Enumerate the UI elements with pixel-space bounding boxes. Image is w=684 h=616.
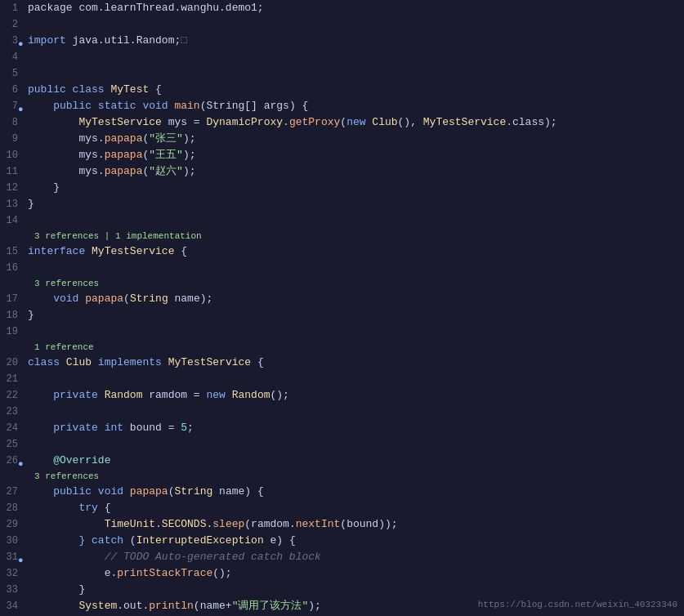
code-line: 22 private Random ramdom = new Random(); bbox=[0, 387, 684, 404]
line-number: 13 bbox=[0, 196, 25, 212]
line-content: interface MyTestService { bbox=[25, 243, 684, 260]
line-indicator: ● bbox=[18, 456, 24, 472]
line-content: mys.papapa("赵六"); bbox=[25, 163, 684, 180]
line-content: // TODO Auto-generated catch block bbox=[25, 549, 684, 565]
code-line: 7● public static void main(String[] args… bbox=[0, 98, 684, 114]
line-content: MyTestService mys = DynamicProxy.getProx… bbox=[25, 114, 684, 131]
code-line: 5 bbox=[0, 65, 684, 82]
code-line: 32 e.printStackTrace(); bbox=[0, 565, 684, 582]
line-content: package com.learnThread.wanghu.demo1; bbox=[25, 0, 684, 16]
line-content: private Random ramdom = new Random(); bbox=[25, 387, 684, 404]
line-content: } catch (InterruptedException e) { bbox=[25, 533, 684, 549]
line-content: } bbox=[25, 196, 684, 212]
line-content: public static void main(String[] args) { bbox=[25, 98, 684, 114]
line-number: 12 bbox=[0, 180, 25, 196]
line-number: 11 bbox=[0, 163, 25, 180]
code-line: 18} bbox=[0, 307, 684, 324]
code-line: 33 } bbox=[0, 582, 684, 598]
line-number: 22 bbox=[0, 387, 25, 404]
code-line: 23 bbox=[0, 404, 684, 420]
line-number: 30 bbox=[0, 533, 25, 549]
meta-info: 3 references | 1 implementation bbox=[0, 229, 684, 243]
code-line: 27 public void papapa(String name) { bbox=[0, 484, 684, 500]
line-number: 33 bbox=[0, 582, 25, 598]
code-line: 16 bbox=[0, 260, 684, 276]
line-number: 16 bbox=[0, 260, 25, 276]
watermark: https://blog.csdn.net/weixin_40323340 bbox=[478, 600, 677, 609]
meta-info: 3 references bbox=[0, 276, 684, 291]
line-content: public void papapa(String name) { bbox=[25, 484, 684, 500]
line-number: 17 bbox=[0, 291, 25, 307]
line-number: 8 bbox=[0, 114, 25, 131]
line-content: mys.papapa("张三"); bbox=[25, 131, 684, 147]
code-line: 20class Club implements MyTestService { bbox=[0, 355, 684, 371]
code-line: 2 bbox=[0, 16, 684, 33]
line-number: 34 bbox=[0, 598, 25, 614]
line-number: 32 bbox=[0, 565, 25, 582]
line-number: 14 bbox=[0, 212, 25, 229]
code-line: 21 bbox=[0, 371, 684, 387]
code-line: 17 void papapa(String name); bbox=[0, 291, 684, 307]
code-line: 29 TimeUnit.SECONDS.sleep(ramdom.nextInt… bbox=[0, 516, 684, 533]
line-number: 18 bbox=[0, 307, 25, 324]
line-number: 21 bbox=[0, 371, 25, 387]
code-line: 15interface MyTestService { bbox=[0, 243, 684, 260]
line-number: 1 bbox=[0, 0, 25, 16]
line-content: e.printStackTrace(); bbox=[25, 565, 684, 582]
code-line: 6public class MyTest { bbox=[0, 82, 684, 98]
code-line: 25 bbox=[0, 436, 684, 453]
line-number: 20 bbox=[0, 355, 25, 371]
code-line: 1package com.learnThread.wanghu.demo1; bbox=[0, 0, 684, 16]
code-line: 19 bbox=[0, 324, 684, 340]
line-content: try { bbox=[25, 500, 684, 516]
line-number: 9 bbox=[0, 131, 25, 147]
code-line: 13} bbox=[0, 196, 684, 212]
code-line: 26● @Override bbox=[0, 453, 684, 469]
code-line: 31● // TODO Auto-generated catch block bbox=[0, 549, 684, 565]
line-content: mys.papapa("王五"); bbox=[25, 147, 684, 163]
line-content: public class MyTest { bbox=[25, 82, 684, 98]
line-number: 24 bbox=[0, 420, 25, 436]
line-content: import java.util.Random;□ bbox=[25, 33, 684, 49]
code-line: 30 } catch (InterruptedException e) { bbox=[0, 533, 684, 549]
code-line: 9 mys.papapa("张三"); bbox=[0, 131, 684, 147]
code-line: 10 mys.papapa("王五"); bbox=[0, 147, 684, 163]
line-number: 4 bbox=[0, 49, 25, 65]
line-number: 10 bbox=[0, 147, 25, 163]
line-content: } bbox=[25, 180, 684, 196]
line-number: 29 bbox=[0, 516, 25, 533]
line-number: 19 bbox=[0, 324, 25, 340]
meta-info: 3 references bbox=[0, 469, 684, 484]
line-content: TimeUnit.SECONDS.sleep(ramdom.nextInt(bo… bbox=[25, 516, 684, 533]
code-line: 14 bbox=[0, 212, 684, 229]
meta-info: 1 reference bbox=[0, 340, 684, 355]
line-number: 25 bbox=[0, 436, 25, 453]
line-content: } bbox=[25, 582, 684, 598]
code-line: 8 MyTestService mys = DynamicProxy.getPr… bbox=[0, 114, 684, 131]
code-editor: 1package com.learnThread.wanghu.demo1;23… bbox=[0, 0, 684, 616]
line-content: } bbox=[25, 307, 684, 324]
line-content: @Override bbox=[25, 453, 684, 469]
line-content: private int bound = 5; bbox=[25, 420, 684, 436]
code-line: 11 mys.papapa("赵六"); bbox=[0, 163, 684, 180]
line-number: 28 bbox=[0, 500, 25, 516]
code-line: 28 try { bbox=[0, 500, 684, 516]
code-line: 4 bbox=[0, 49, 684, 65]
line-content: void papapa(String name); bbox=[25, 291, 684, 307]
line-number: 27 bbox=[0, 484, 25, 500]
line-number: 5 bbox=[0, 65, 25, 82]
code-line: 24 private int bound = 5; bbox=[0, 420, 684, 436]
line-number: 15 bbox=[0, 243, 25, 260]
code-line: 12 } bbox=[0, 180, 684, 196]
line-number: 2 bbox=[0, 16, 25, 33]
line-number: 6 bbox=[0, 82, 25, 98]
line-number: 23 bbox=[0, 404, 25, 420]
code-line: 3●import java.util.Random;□ bbox=[0, 33, 684, 49]
line-content: class Club implements MyTestService { bbox=[25, 355, 684, 371]
